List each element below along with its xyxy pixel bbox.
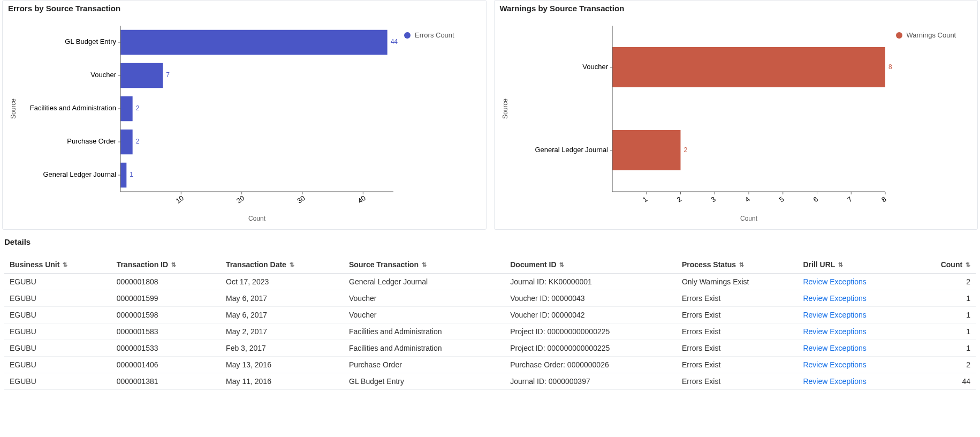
warnings-chart-title: Warnings by Source Transaction [500,4,973,13]
errors-legend-label: Errors Count [415,31,454,39]
errors-chart-panel: Errors by Source Transaction GL Budget E… [2,0,487,230]
svg-text:20: 20 [235,194,246,205]
svg-text:2: 2 [136,138,140,145]
svg-text:8: 8 [888,63,892,71]
svg-text:Purchase Order: Purchase Order [67,137,116,145]
column-header[interactable]: Business Unit ⇅ [4,256,111,274]
table-row: EGUBU0000001381May 11, 2016GL Budget Ent… [4,373,976,390]
svg-rect-12 [120,130,133,155]
table-row: EGUBU0000001533Feb 3, 2017Facilities and… [4,340,976,357]
column-header[interactable]: Process Status ⇅ [677,256,798,274]
svg-text:Count: Count [248,215,266,222]
svg-text:7: 7 [846,195,854,204]
errors-legend: Errors Count [404,15,454,39]
warnings-legend: Warnings Count [896,15,956,39]
column-header[interactable]: Transaction ID ⇅ [111,256,221,274]
table-row: EGUBU0000001598May 6, 2017VoucherVoucher… [4,307,976,323]
svg-text:Facilities and Administration: Facilities and Administration [30,104,116,112]
column-header[interactable]: Drill URL ⇅ [797,256,913,274]
svg-text:10: 10 [174,194,185,205]
errors-chart[interactable]: GL Budget Entry44Voucher7Facilities and … [8,15,404,224]
review-exceptions-link[interactable]: Review Exceptions [803,294,866,303]
svg-text:2: 2 [136,104,140,112]
svg-text:6: 6 [811,195,819,204]
svg-text:Count: Count [740,215,757,222]
review-exceptions-link[interactable]: Review Exceptions [803,344,866,352]
svg-text:Source: Source [502,99,509,119]
sort-icon[interactable]: ⇅ [290,261,294,268]
warnings-chart-panel: Warnings by Source Transaction Voucher8G… [494,0,978,230]
svg-text:GL Budget Entry: GL Budget Entry [65,37,116,46]
svg-rect-0 [120,30,388,55]
svg-text:General Ledger Journal: General Ledger Journal [43,170,116,178]
details-table: Business Unit ⇅Transaction ID ⇅Transacti… [4,256,976,390]
column-header[interactable]: Transaction Date ⇅ [221,256,344,274]
svg-text:30: 30 [295,194,306,205]
column-header[interactable]: Document ID ⇅ [505,256,677,274]
sort-icon[interactable]: ⇅ [966,261,970,268]
errors-legend-swatch [404,32,411,39]
sort-icon[interactable]: ⇅ [739,261,744,268]
errors-chart-title: Errors by Source Transaction [8,4,481,13]
svg-text:5: 5 [777,195,785,204]
sort-icon[interactable]: ⇅ [171,261,176,268]
svg-text:4: 4 [743,195,751,204]
svg-text:40: 40 [356,194,367,205]
table-row: EGUBU0000001583May 2, 2017Facilities and… [4,323,976,340]
table-row: EGUBU0000001808Oct 17, 2023General Ledge… [4,274,976,290]
svg-rect-4 [120,63,163,88]
warnings-legend-swatch [896,32,902,39]
svg-text:8: 8 [880,195,888,204]
sort-icon[interactable]: ⇅ [63,261,67,268]
review-exceptions-link[interactable]: Review Exceptions [803,277,866,286]
svg-text:Source: Source [10,99,17,119]
svg-rect-32 [612,47,885,87]
review-exceptions-link[interactable]: Review Exceptions [803,311,866,319]
sort-icon[interactable]: ⇅ [838,261,843,268]
svg-rect-8 [120,96,133,122]
warnings-chart[interactable]: Voucher8General Ledger Journal212345678C… [500,15,896,224]
svg-text:General Ledger Journal: General Ledger Journal [535,146,608,154]
svg-text:1: 1 [130,171,133,178]
details-section: Details Business Unit ⇅Transaction ID ⇅T… [0,230,980,390]
svg-text:Voucher: Voucher [582,63,608,71]
table-row: EGUBU0000001406May 13, 2016Purchase Orde… [4,357,976,373]
column-header[interactable]: Source Transaction ⇅ [344,256,505,274]
svg-text:44: 44 [391,38,398,46]
column-header[interactable]: Count ⇅ [913,256,976,274]
svg-text:1: 1 [641,195,649,204]
review-exceptions-link[interactable]: Review Exceptions [803,360,866,369]
svg-text:Voucher: Voucher [90,71,116,79]
review-exceptions-link[interactable]: Review Exceptions [803,327,866,336]
table-row: EGUBU0000001599May 6, 2017VoucherVoucher… [4,290,976,307]
svg-rect-16 [120,163,126,188]
svg-text:2: 2 [675,195,683,204]
sort-icon[interactable]: ⇅ [422,261,427,268]
svg-text:7: 7 [166,71,170,79]
svg-text:3: 3 [709,195,717,204]
svg-text:2: 2 [683,146,687,154]
warnings-legend-label: Warnings Count [907,31,956,39]
review-exceptions-link[interactable]: Review Exceptions [803,377,866,386]
svg-rect-36 [612,130,681,170]
sort-icon[interactable]: ⇅ [559,261,564,268]
details-title: Details [4,237,976,246]
